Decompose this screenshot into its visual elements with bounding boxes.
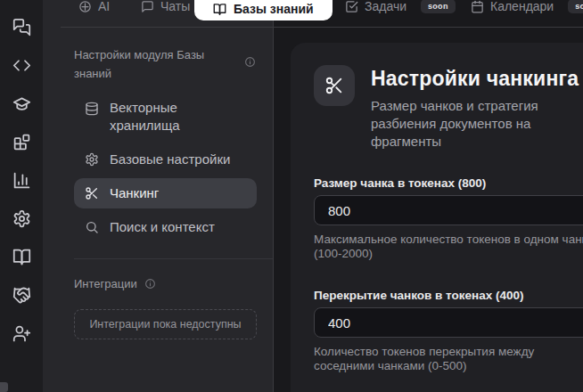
chat-icon: [141, 0, 154, 13]
gear-icon: [85, 152, 99, 167]
sidebar-item-label: Поиск и контекст: [110, 218, 215, 236]
integrations-empty-text: Интеграции пока недоступны: [89, 318, 241, 331]
tab-label: Задачи: [365, 0, 406, 13]
field-chunk-size: Размер чанка в токенах (800) Максимально…: [314, 176, 583, 261]
sidebar-item-label: Чанкинг: [110, 184, 159, 202]
chunk-overlap-input[interactable]: [314, 307, 583, 338]
sidebar-item-label: Векторные хранилища: [110, 99, 199, 135]
settings-nav: Векторные хранилища Базовые настройки Ча…: [74, 93, 257, 242]
tab-label: AI: [98, 0, 110, 13]
integrations-header: Интеграции: [74, 277, 156, 290]
sidebar-item-chunking-active[interactable]: Чанкинг: [74, 178, 257, 208]
page-subtitle: Размер чанков и стратегия разбиения доку…: [371, 97, 538, 151]
app-rail: [0, 0, 43, 392]
handshake-icon[interactable]: [12, 285, 31, 305]
tab-knowledge-bases-active[interactable]: Базы знаний: [194, 0, 333, 20]
sidebar-item-label: Базовые настройки: [110, 151, 230, 168]
scissors-icon: [85, 186, 99, 200]
module-settings-panel: Настройки модуля Базы знаний Векторные х…: [43, 0, 274, 392]
book-icon: [213, 3, 226, 16]
info-icon[interactable]: [144, 278, 156, 290]
soon-badge: soon: [421, 0, 456, 13]
integrations-empty-box: Интеграции пока недоступны: [74, 309, 257, 339]
scissors-icon: [314, 65, 355, 106]
tab-calendars[interactable]: Календари soon: [471, 0, 583, 13]
page-title: Настройки чанкинга: [371, 67, 579, 91]
graduation-cap-icon[interactable]: [12, 94, 31, 113]
code-icon[interactable]: [12, 55, 31, 75]
check-square-icon: [345, 0, 358, 13]
sidebar-item-basic-settings[interactable]: Базовые настройки: [74, 144, 257, 175]
search-icon: [85, 220, 99, 234]
chunking-settings-card: Настройки чанкинга Размер чанков и страт…: [291, 43, 583, 392]
chunk-size-helper: Максимальное количество токенов в одном …: [314, 233, 583, 261]
chunking-form: Размер чанка в токенах (800) Максимально…: [314, 176, 583, 373]
sidebar-item-search-context[interactable]: Поиск и контекст: [74, 212, 257, 242]
messages-icon[interactable]: [12, 17, 31, 37]
book-open-icon[interactable]: [12, 247, 31, 266]
chunk-size-label: Размер чанка в токенах (800): [314, 176, 583, 190]
bar-chart-icon[interactable]: [12, 170, 31, 190]
integrations-label: Интеграции: [74, 277, 137, 290]
blocks-icon[interactable]: [12, 132, 31, 151]
panel-title: Настройки модуля Базы знаний: [74, 45, 212, 83]
soon-badge: soon: [568, 0, 583, 13]
field-chunk-overlap: Перекрытие чанков в токенах (400) Количе…: [314, 289, 583, 373]
tab-label: Календари: [490, 0, 554, 13]
calendar-icon: [471, 0, 484, 13]
gear-icon[interactable]: [12, 208, 31, 228]
info-icon[interactable]: [244, 56, 256, 68]
tab-tasks[interactable]: Задачи soon: [345, 0, 456, 13]
chunk-overlap-label: Перекрытие чанков в токенах (400): [314, 289, 583, 302]
chunk-overlap-helper: Количество токенов перекрытия между сосе…: [314, 345, 583, 373]
user-plus-icon[interactable]: [12, 323, 31, 343]
tab-label: Чаты: [160, 0, 190, 13]
sidebar-item-vector-stores[interactable]: Векторные хранилища: [74, 93, 257, 141]
header-divider: [61, 27, 583, 28]
tab-ai[interactable]: AI: [78, 0, 110, 13]
panel-divider: [74, 258, 273, 259]
database-icon: [85, 102, 99, 116]
tab-label: Базы знаний: [234, 2, 314, 16]
chunk-size-input[interactable]: [314, 195, 583, 225]
rail-scroll-nub: [0, 382, 8, 392]
brain-icon: [78, 0, 92, 13]
tab-chats[interactable]: Чаты: [141, 0, 190, 13]
